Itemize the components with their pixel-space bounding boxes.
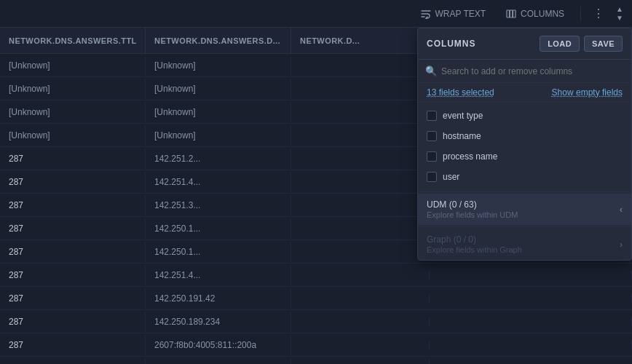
cell: [291, 294, 430, 303]
cell: 2607:f8b0:4005:811::200a: [146, 336, 291, 355]
load-button[interactable]: LOAD: [540, 36, 580, 52]
cell: 287: [0, 266, 146, 285]
svg-rect-0: [507, 10, 510, 17]
cell: [430, 294, 632, 303]
wrap-text-icon: [421, 9, 431, 19]
panel-title: COLUMNS: [427, 39, 475, 49]
field-name-event-type: event type: [443, 111, 623, 121]
field-name-process-name: process name: [443, 151, 623, 162]
table-row: 287 2607:f8b0:4005:811::200a: [0, 333, 632, 357]
field-item-user[interactable]: user: [418, 167, 631, 187]
cell: 287: [0, 173, 146, 191]
cell: [291, 178, 430, 186]
svg-rect-1: [510, 10, 513, 17]
cell: [Unknown]: [0, 56, 146, 75]
cell: [Unknown]: [146, 103, 291, 122]
field-item-hostname[interactable]: hostname: [418, 126, 631, 146]
cell: 287: [0, 242, 146, 261]
udm-section-arrow-icon: ‹: [620, 205, 623, 215]
cell: [Unknown]: [146, 126, 291, 145]
cell: 287: [0, 196, 146, 215]
field-checkbox-user[interactable]: [427, 172, 437, 182]
cell: [291, 61, 430, 70]
cell: [291, 154, 430, 163]
wrap-text-label: WRAP TEXT: [435, 9, 486, 19]
cell: [291, 201, 430, 210]
show-empty-fields[interactable]: Show empty fields: [552, 87, 623, 98]
cell: [291, 84, 430, 93]
fields-selected-row: 13 fields selected Show empty fields: [418, 83, 631, 103]
cell: [291, 248, 430, 256]
cell: [291, 108, 430, 116]
cell: 287: [0, 149, 146, 168]
panel-divider-2: [418, 226, 631, 227]
search-icon: 🔍: [425, 66, 437, 76]
col-header-network-d: NETWORK.D...: [291, 28, 430, 53]
table-row: 287 142.250.189.234: [0, 310, 632, 333]
cell: [291, 341, 430, 349]
table-row: 287 142.251.4...: [0, 264, 632, 287]
cell: 142.250.1...: [146, 242, 291, 261]
toolbar-divider: [580, 7, 581, 21]
udm-section[interactable]: UDM (0 / 63) Explore fields within UDM ‹: [418, 194, 631, 225]
columns-button[interactable]: COLUMNS: [502, 6, 569, 22]
field-checkbox-event-type[interactable]: [427, 111, 437, 121]
graph-section-subtitle: Explore fields within Graph: [427, 245, 620, 254]
cell: 2607:f8b0:4005:806::200a: [146, 359, 291, 365]
cell: 3690: [291, 359, 430, 365]
cell: [Unknown]: [0, 126, 146, 145]
table-row: 287 2607:f8b0:4005:806::200a 3690: [0, 357, 632, 364]
col-header-ttl: NETWORK.DNS.ANSWERS.TTL: [0, 28, 146, 53]
panel-divider: [418, 191, 631, 192]
cell: 142.251.3...: [146, 196, 291, 215]
panel-actions: LOAD SAVE: [540, 36, 623, 52]
table-row: 287 142.250.191.42: [0, 287, 632, 310]
up-arrow-icon[interactable]: ▲: [616, 5, 623, 13]
svg-rect-2: [513, 10, 516, 17]
columns-icon: [506, 9, 516, 19]
fields-selected-count[interactable]: 13 fields selected: [427, 87, 494, 98]
cell: [430, 317, 632, 326]
field-name-user: user: [443, 172, 623, 182]
cell: [Unknown]: [146, 56, 291, 75]
field-item-process-name[interactable]: process name: [418, 146, 631, 167]
cell: 142.251.2...: [146, 149, 291, 168]
cell: [291, 317, 430, 326]
search-input[interactable]: [441, 66, 624, 76]
field-checkbox-process-name[interactable]: [427, 151, 437, 162]
panel-search: 🔍: [418, 60, 631, 83]
cell: 287: [0, 359, 146, 365]
cell: [Unknown]: [0, 103, 146, 122]
cell: 287: [0, 312, 146, 331]
save-button[interactable]: SAVE: [584, 36, 623, 52]
wrap-text-button[interactable]: WRAP TEXT: [416, 6, 491, 22]
graph-section-arrow-icon: ›: [620, 240, 623, 250]
cell: 142.250.189.234: [146, 312, 291, 331]
main-content: NETWORK.DNS.ANSWERS.TTL NETWORK.DNS.ANSW…: [0, 28, 632, 364]
udm-section-title: UDM (0 / 63): [427, 199, 620, 210]
unchecked-field-list: event type hostname process name user: [418, 103, 631, 190]
cell: [Unknown]: [146, 79, 291, 98]
cell: [430, 271, 632, 280]
cell: 287: [0, 289, 146, 308]
graph-section-text: Graph (0 / 0) Explore fields within Grap…: [427, 234, 620, 254]
cell: 142.251.4...: [146, 173, 291, 191]
graph-section-title: Graph (0 / 0): [427, 234, 620, 245]
graph-section[interactable]: Graph (0 / 0) Explore fields within Grap…: [418, 229, 631, 260]
col-header-answers-d: NETWORK.DNS.ANSWERS.D...: [146, 28, 291, 53]
panel-header: COLUMNS LOAD SAVE: [418, 28, 631, 60]
field-name-hostname: hostname: [443, 131, 623, 141]
columns-label: COLUMNS: [521, 9, 564, 19]
more-options-icon[interactable]: ⋮: [593, 8, 604, 20]
cell: [291, 224, 430, 233]
cell: [430, 341, 632, 349]
cell: 142.250.1...: [146, 219, 291, 238]
cell: [291, 271, 430, 280]
navigation-arrows[interactable]: ▲ ▼: [616, 5, 623, 22]
udm-section-text: UDM (0 / 63) Explore fields within UDM: [427, 199, 620, 219]
field-checkbox-hostname[interactable]: [427, 131, 437, 141]
field-item-event-type[interactable]: event type: [418, 106, 631, 126]
down-arrow-icon[interactable]: ▼: [616, 14, 623, 22]
cell: 287: [0, 219, 146, 238]
cell: [Unknown]: [0, 79, 146, 98]
